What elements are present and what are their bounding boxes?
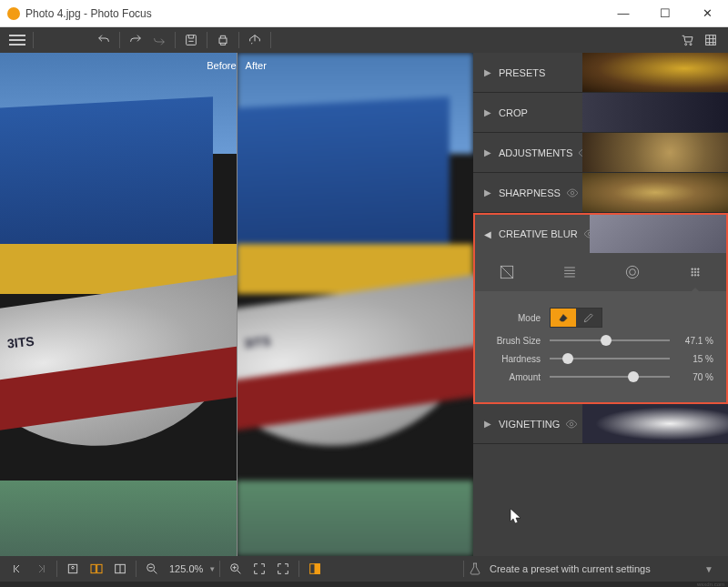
eye-icon[interactable] — [565, 417, 578, 430]
print-button[interactable] — [211, 29, 235, 51]
hardness-label: Hardness — [488, 354, 541, 364]
flask-icon — [468, 562, 482, 576]
svg-point-11 — [691, 268, 693, 270]
before-label: Before — [207, 60, 236, 71]
svg-point-22 — [72, 566, 75, 569]
svg-point-18 — [694, 275, 696, 277]
svg-point-17 — [691, 275, 693, 277]
panel-creative-blur-header[interactable]: ◀ CREATIVE BLUR — [475, 215, 726, 253]
svg-point-3 — [690, 44, 692, 46]
brush-size-value: 47.1 % — [677, 336, 713, 346]
after-label: After — [246, 60, 267, 71]
view-compare-button[interactable] — [85, 558, 108, 580]
redo-dropdown[interactable] — [147, 29, 171, 51]
window-title: Photo 4.jpg - Photo Focus — [25, 7, 602, 20]
view-single-button[interactable] — [61, 558, 85, 580]
svg-point-6 — [571, 191, 574, 195]
svg-rect-23 — [91, 564, 96, 572]
chevron-down-icon[interactable]: ▼ — [704, 564, 713, 574]
mode-row: Mode — [488, 308, 713, 328]
undo-button[interactable] — [92, 29, 116, 51]
watermark: wsxdn.com — [0, 582, 728, 587]
cursor-icon — [510, 508, 522, 524]
panel-creative-blur: ◀ CREATIVE BLUR Mode — [473, 213, 728, 404]
svg-point-20 — [570, 422, 573, 426]
svg-point-15 — [694, 271, 696, 273]
panel-presets-label: PRESETS — [499, 67, 545, 78]
blur-tab-linear[interactable] — [538, 253, 601, 291]
mode-erase-button[interactable] — [551, 309, 576, 327]
panel-vignetting[interactable]: ▶ VIGNETTING — [473, 404, 728, 444]
zoom-dropdown-icon[interactable]: ▼ — [208, 565, 216, 573]
create-preset-button[interactable]: Create a preset with current settings ▼ — [468, 562, 723, 576]
actual-size-button[interactable] — [271, 558, 295, 580]
svg-point-13 — [697, 268, 699, 270]
blur-tab-manual[interactable] — [663, 253, 726, 291]
brush-size-label: Brush Size — [488, 336, 541, 346]
panel-sharpness[interactable]: ▶ SHARPNESS — [473, 173, 728, 213]
main-area: Before After 3ITS 3ITS ▶ PRESETS ▶ CROP … — [0, 53, 728, 556]
zoom-out-button[interactable] — [140, 558, 164, 580]
share-button[interactable] — [243, 29, 267, 51]
blur-tab-none[interactable] — [475, 253, 538, 291]
svg-rect-29 — [315, 564, 319, 574]
close-button[interactable]: ✕ — [686, 0, 728, 27]
eye-icon[interactable] — [566, 186, 579, 198]
amount-label: Amount — [488, 372, 541, 382]
svg-point-19 — [697, 275, 699, 277]
svg-point-14 — [691, 271, 693, 273]
brush-size-row: Brush Size 47.1 % — [488, 335, 713, 346]
panel-presets[interactable]: ▶ PRESETS — [473, 53, 728, 93]
amount-value: 70 % — [677, 372, 713, 382]
svg-rect-24 — [97, 564, 102, 572]
svg-point-2 — [685, 44, 687, 46]
blur-type-tabs — [475, 253, 726, 291]
chevron-right-icon: ▶ — [484, 67, 491, 77]
prev-image-button[interactable] — [5, 558, 29, 580]
top-toolbar — [0, 27, 728, 53]
show-mask-button[interactable] — [303, 558, 327, 580]
canvas[interactable]: Before After 3ITS 3ITS — [0, 53, 473, 556]
panel-adjustments-label: ADJUSTMENTS — [499, 147, 572, 158]
panel-adjustments[interactable]: ▶ ADJUSTMENTS — [473, 133, 728, 173]
panel-sharpness-label: SHARPNESS — [499, 187, 561, 198]
grid-button[interactable] — [699, 29, 723, 51]
zoom-value[interactable]: 125.0% — [169, 563, 203, 574]
svg-point-16 — [697, 271, 699, 273]
svg-rect-4 — [706, 35, 716, 46]
svg-point-9 — [626, 266, 638, 278]
panel-crop[interactable]: ▶ CROP — [473, 93, 728, 133]
zoom-in-button[interactable] — [224, 558, 248, 580]
next-image-button[interactable] — [29, 558, 53, 580]
chevron-right-icon: ▶ — [484, 187, 491, 197]
bottom-toolbar: 125.0% ▼ Create a preset with current se… — [0, 556, 728, 582]
panel-crop-label: CROP — [499, 107, 528, 118]
svg-rect-1 — [219, 38, 227, 43]
create-preset-label: Create a preset with current settings — [490, 563, 651, 574]
chevron-right-icon: ▶ — [484, 107, 491, 117]
hardness-row: Hardness 15 % — [488, 353, 713, 364]
redo-button[interactable] — [124, 29, 147, 51]
brush-size-slider[interactable] — [550, 335, 670, 346]
amount-row: Amount 70 % — [488, 371, 713, 382]
maximize-button[interactable]: ☐ — [644, 0, 686, 27]
panel-creative-blur-label: CREATIVE BLUR — [499, 228, 578, 239]
side-panel: ▶ PRESETS ▶ CROP ▶ ADJUSTMENTS ▶ SHARPNE… — [473, 53, 728, 556]
amount-slider[interactable] — [550, 371, 670, 382]
menu-button[interactable] — [5, 29, 29, 51]
cart-button[interactable] — [675, 29, 699, 51]
chevron-right-icon: ▶ — [484, 147, 491, 157]
fit-screen-button[interactable] — [248, 558, 271, 580]
chevron-down-icon: ◀ — [484, 229, 491, 239]
view-split-button[interactable] — [108, 558, 132, 580]
svg-rect-0 — [187, 35, 197, 46]
app-icon — [7, 7, 20, 20]
blur-tab-radial[interactable] — [601, 253, 663, 291]
svg-point-10 — [629, 269, 635, 276]
mode-brush-button[interactable] — [576, 309, 602, 327]
hardness-slider[interactable] — [550, 353, 670, 364]
before-after-label: Before After — [207, 60, 267, 71]
mode-label: Mode — [488, 313, 541, 323]
save-button[interactable] — [179, 29, 203, 51]
minimize-button[interactable]: — — [602, 0, 644, 27]
